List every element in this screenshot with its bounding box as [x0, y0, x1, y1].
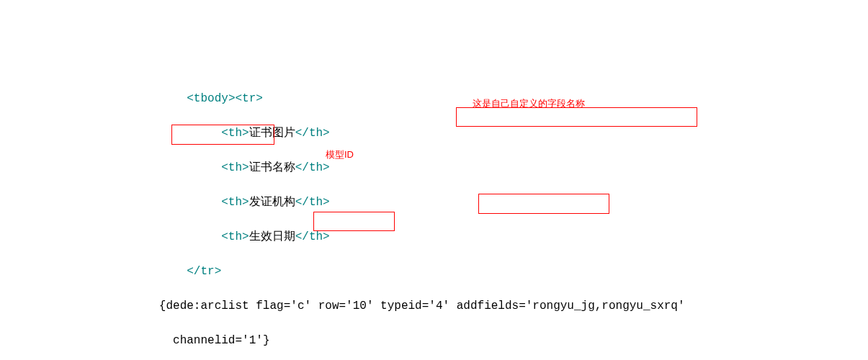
code-line: <th>证书名称</th> — [0, 159, 868, 176]
code-line: <th>生效日期</th> — [0, 228, 868, 246]
header-text: 生效日期 — [249, 230, 295, 243]
addfields-attr: addfields='rongyu_jg,rongyu_sxrq' — [457, 300, 685, 312]
code-line: <tbody><tr> — [0, 90, 868, 107]
code-line: channelid='1'} — [0, 332, 868, 349]
annotation-modelid-label: 模型ID — [326, 146, 354, 163]
code-line: {dede:arclist flag='c' row='10' typeid='… — [0, 297, 868, 315]
header-text: 证书图片 — [249, 127, 295, 140]
code-line: <th>发证机构</th> — [0, 194, 868, 211]
code-line: </tr> — [0, 263, 868, 280]
header-text: 证书名称 — [249, 161, 295, 174]
annotation-addfields-label: 这是自己自定义的字段名称 — [473, 95, 585, 112]
channelid-attr: channelid='1' — [173, 334, 263, 347]
header-text: 发证机构 — [249, 196, 295, 209]
code-line: <th>证书图片</th> — [0, 125, 868, 142]
code-block: <tbody><tr> <th>证书图片</th> <th>证书名称</th> … — [0, 69, 868, 360]
